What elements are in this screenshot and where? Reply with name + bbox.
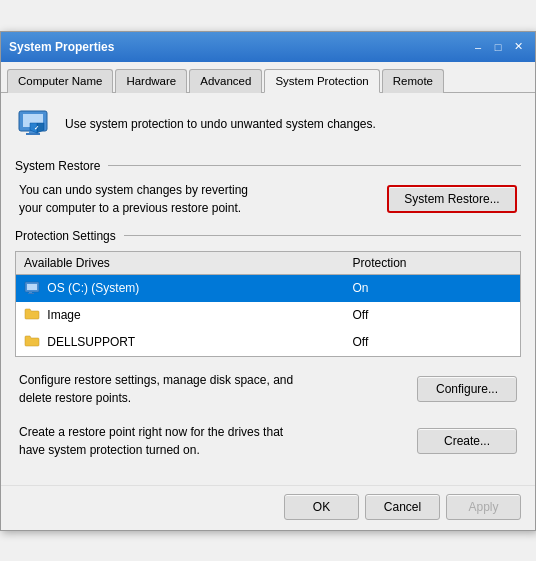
apply-button[interactable]: Apply [446, 494, 521, 520]
configure-row: Configure restore settings, manage disk … [15, 367, 521, 411]
svg-rect-10 [28, 293, 34, 294]
system-properties-window: System Properties – □ ✕ Computer Name Ha… [0, 31, 536, 531]
svg-text:✓: ✓ [34, 125, 39, 131]
footer: OK Cancel Apply [1, 485, 535, 530]
create-description: Create a restore point right now for the… [19, 423, 407, 459]
configure-description: Configure restore settings, manage disk … [19, 371, 407, 407]
protection-status-cell-1: Off [344, 302, 520, 329]
drive-system-icon [24, 279, 40, 298]
system-restore-title-row: System Restore [15, 159, 521, 173]
col-drives-header: Available Drives [16, 251, 345, 274]
title-bar-controls: – □ ✕ [469, 38, 527, 56]
close-button[interactable]: ✕ [509, 38, 527, 56]
maximize-button[interactable]: □ [489, 38, 507, 56]
drive-folder-icon-2 [24, 333, 40, 352]
system-restore-label: System Restore [15, 159, 100, 173]
tab-remote[interactable]: Remote [382, 69, 444, 93]
table-row[interactable]: Image Off [16, 302, 521, 329]
tab-content: ✓ Use system protection to undo unwanted… [1, 93, 535, 485]
create-row: Create a restore point right now for the… [15, 419, 521, 463]
tab-bar: Computer Name Hardware Advanced System P… [1, 62, 535, 93]
restore-row: You can undo system changes by reverting… [15, 181, 521, 217]
tab-computer-name[interactable]: Computer Name [7, 69, 113, 93]
system-protection-icon: ✓ [15, 105, 55, 145]
table-row[interactable]: OS (C:) (System) On [16, 274, 521, 302]
drive-name-cell: Image [16, 302, 345, 329]
minimize-button[interactable]: – [469, 38, 487, 56]
create-button[interactable]: Create... [417, 428, 517, 454]
table-row[interactable]: DELLSUPPORT Off [16, 329, 521, 357]
col-protection-header: Protection [344, 251, 520, 274]
drives-table: Available Drives Protection [15, 251, 521, 357]
svg-rect-8 [27, 284, 37, 290]
system-restore-button[interactable]: System Restore... [387, 185, 517, 213]
drive-name-cell: OS (C:) (System) [16, 274, 345, 302]
configure-button[interactable]: Configure... [417, 376, 517, 402]
protection-settings-title-row: Protection Settings [15, 229, 521, 243]
protection-settings-label: Protection Settings [15, 229, 116, 243]
cancel-button[interactable]: Cancel [365, 494, 440, 520]
header-description: Use system protection to undo unwanted s… [65, 116, 376, 133]
table-header-row: Available Drives Protection [16, 251, 521, 274]
header-row: ✓ Use system protection to undo unwanted… [15, 105, 521, 145]
svg-rect-9 [29, 292, 32, 293]
tab-system-protection[interactable]: System Protection [264, 69, 379, 93]
ok-button[interactable]: OK [284, 494, 359, 520]
drive-folder-icon-1 [24, 306, 40, 325]
system-restore-divider [108, 165, 521, 166]
drive-name-cell: DELLSUPPORT [16, 329, 345, 357]
system-restore-section: System Restore You can undo system chang… [15, 159, 521, 217]
restore-description: You can undo system changes by reverting… [19, 181, 377, 217]
protection-settings-section: Protection Settings Available Drives Pro… [15, 229, 521, 463]
protection-status-cell-0: On [344, 274, 520, 302]
protection-settings-divider [124, 235, 521, 236]
title-bar: System Properties – □ ✕ [1, 32, 535, 62]
tab-advanced[interactable]: Advanced [189, 69, 262, 93]
svg-rect-3 [26, 133, 40, 135]
protection-status-cell-2: Off [344, 329, 520, 357]
tab-hardware[interactable]: Hardware [115, 69, 187, 93]
window-title: System Properties [9, 40, 114, 54]
